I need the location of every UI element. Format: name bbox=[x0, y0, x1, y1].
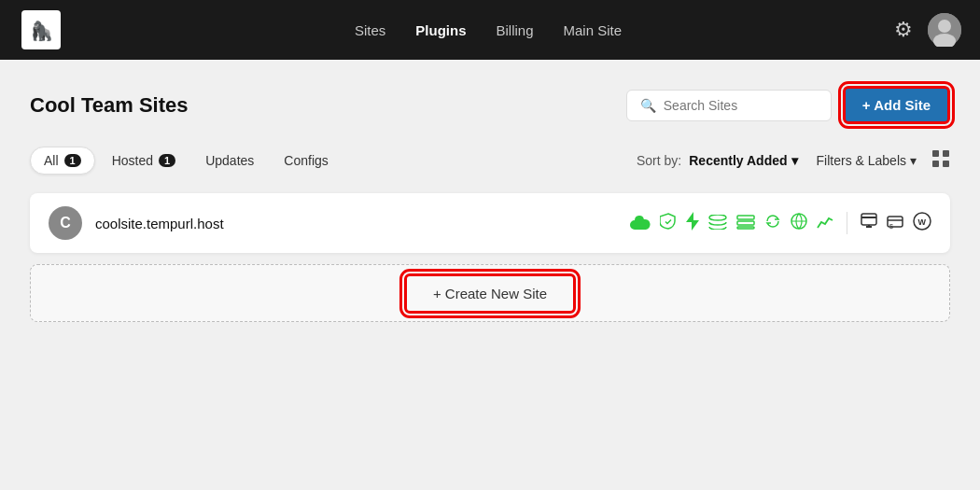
site-icon: C bbox=[49, 206, 82, 240]
nav-right: ⚙ bbox=[894, 13, 961, 47]
svg-rect-15 bbox=[861, 214, 876, 225]
svg-rect-5 bbox=[932, 150, 939, 157]
cache-icon[interactable] bbox=[708, 213, 727, 234]
wordpress-icon[interactable]: W bbox=[913, 212, 931, 235]
svg-marker-9 bbox=[686, 212, 699, 231]
site-url: coolsite.tempurl.host bbox=[95, 216, 630, 231]
filter-updates[interactable]: Updates bbox=[192, 147, 267, 174]
svg-rect-11 bbox=[737, 216, 754, 219]
svg-text:$: $ bbox=[889, 223, 893, 230]
chart-icon[interactable] bbox=[817, 213, 833, 234]
search-icon: 🔍 bbox=[640, 98, 656, 113]
grid-icon bbox=[931, 149, 950, 168]
backup-icon[interactable] bbox=[736, 213, 755, 234]
manage-icon[interactable] bbox=[861, 213, 877, 234]
filter-row: All 1 Hosted 1 Updates Configs Sort by: … bbox=[30, 147, 950, 175]
sort-value: Recently Added bbox=[689, 153, 787, 168]
filter-all-label: All bbox=[44, 153, 59, 168]
svg-text:🦍: 🦍 bbox=[30, 20, 53, 42]
svg-rect-6 bbox=[943, 150, 949, 157]
sync-icon[interactable] bbox=[764, 213, 781, 234]
content-area: Cool Team Sites 🔍 + Add Site All 1 Hoste… bbox=[0, 60, 980, 341]
uptime-icon[interactable] bbox=[660, 213, 677, 234]
cloud-icon[interactable] bbox=[630, 213, 651, 234]
sort-label: Sort by: bbox=[637, 153, 681, 168]
svg-rect-13 bbox=[737, 227, 754, 229]
grid-view-button[interactable] bbox=[931, 149, 950, 173]
page-title: Cool Team Sites bbox=[30, 93, 189, 118]
billing-icon[interactable]: $ bbox=[887, 213, 903, 234]
navbar: 🦍 Sites Plugins Billing Main Site ⚙ bbox=[0, 0, 980, 60]
avatar-icon bbox=[928, 13, 961, 47]
nav-links: Sites Plugins Billing Main Site bbox=[82, 22, 894, 38]
site-action-icons: $ W bbox=[630, 212, 931, 235]
nav-main-site[interactable]: Main Site bbox=[564, 22, 623, 38]
separator bbox=[847, 212, 847, 234]
svg-rect-8 bbox=[943, 161, 949, 167]
filter-updates-label: Updates bbox=[205, 153, 254, 168]
svg-rect-12 bbox=[737, 221, 754, 225]
gear-icon[interactable]: ⚙ bbox=[894, 18, 913, 42]
filter-hosted-label: Hosted bbox=[112, 153, 153, 168]
avatar[interactable] bbox=[928, 13, 961, 47]
analytics-icon[interactable] bbox=[791, 213, 807, 234]
filter-all-badge: 1 bbox=[64, 154, 81, 167]
site-card[interactable]: C coolsite.tempurl.host bbox=[30, 193, 950, 253]
sort-group: Sort by: Recently Added ▾ bbox=[637, 153, 798, 168]
filters-labels-label: Filters & Labels bbox=[817, 153, 906, 168]
chevron-down-icon: ▾ bbox=[791, 153, 798, 168]
chevron-down-icon-filters: ▾ bbox=[910, 153, 917, 168]
header-actions: 🔍 + Add Site bbox=[626, 86, 950, 124]
search-input[interactable] bbox=[664, 98, 818, 113]
filter-configs[interactable]: Configs bbox=[271, 147, 341, 174]
create-site-wrapper[interactable]: + Create New Site bbox=[30, 264, 950, 322]
performance-icon[interactable] bbox=[686, 212, 699, 235]
filter-all[interactable]: All 1 bbox=[30, 147, 95, 175]
svg-rect-7 bbox=[932, 161, 939, 167]
logo-image: 🦍 bbox=[21, 10, 61, 49]
add-site-button[interactable]: + Add Site bbox=[843, 86, 950, 124]
header-row: Cool Team Sites 🔍 + Add Site bbox=[30, 86, 950, 124]
logo[interactable]: 🦍 bbox=[19, 7, 63, 52]
svg-point-3 bbox=[938, 20, 951, 33]
search-box[interactable]: 🔍 bbox=[626, 90, 832, 121]
filter-configs-label: Configs bbox=[284, 153, 328, 168]
create-new-site-button[interactable]: + Create New Site bbox=[404, 273, 576, 314]
filters-labels-button[interactable]: Filters & Labels ▾ bbox=[817, 153, 917, 168]
nav-sites[interactable]: Sites bbox=[355, 22, 385, 38]
filter-hosted[interactable]: Hosted 1 bbox=[99, 147, 189, 174]
nav-billing[interactable]: Billing bbox=[496, 22, 533, 38]
nav-plugins[interactable]: Plugins bbox=[415, 22, 466, 38]
filter-hosted-badge: 1 bbox=[159, 154, 175, 167]
svg-point-10 bbox=[709, 215, 726, 220]
svg-rect-16 bbox=[861, 217, 876, 218]
svg-text:W: W bbox=[918, 217, 927, 227]
logo-icon: 🦍 bbox=[24, 13, 58, 47]
sort-dropdown[interactable]: Recently Added ▾ bbox=[689, 153, 797, 168]
